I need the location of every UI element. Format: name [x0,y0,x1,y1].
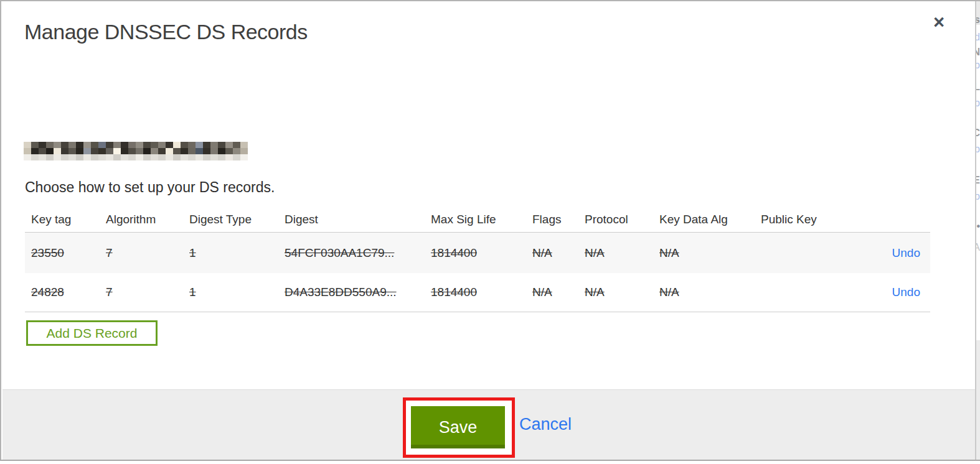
setup-instruction-text: Choose how to set up your DS records. [25,179,275,196]
screenshot-border-top [0,0,980,1]
cell-key-tag: 23550 [25,246,100,260]
ds-records-table: Key tag Algorithm Digest Type Digest Max… [25,206,930,312]
cell-key-data-alg: N/A [653,246,755,260]
cell-digest: 54FCF030AA1C79... [278,246,425,260]
col-header-protocol: Protocol [578,213,653,226]
undo-link[interactable]: Undo [892,246,920,259]
cell-key-tag: 24828 [25,285,100,299]
cancel-link[interactable]: Cancel [519,415,572,434]
col-header-key-data-alg: Key Data Alg [653,213,755,226]
cell-protocol: N/A [578,285,653,299]
screenshot-border-bottom [0,460,980,461]
cell-actions: Undo [842,246,930,260]
modal-title: Manage DNSSEC DS Records [24,20,308,44]
redacted-domain-name [24,142,248,160]
cell-flags: N/A [526,285,578,299]
col-header-digest-type: Digest Type [183,213,278,226]
save-button[interactable]: Save [411,406,505,448]
close-icon[interactable]: × [933,12,945,32]
cell-key-data-alg: N/A [653,285,755,299]
cell-digest: D4A33E8DD550A9... [278,285,425,299]
manage-dnssec-modal: Manage DNSSEC DS Records × Choose how to… [1,1,975,460]
col-header-flags: Flags [526,213,578,226]
table-row: 24828 7 1 D4A33E8DD550A9... 1814400 N/A … [25,273,930,312]
cell-actions: Undo [842,285,930,299]
cell-digest-type: 1 [183,285,278,299]
add-ds-record-button[interactable]: Add DS Record [26,320,158,346]
cell-protocol: N/A [578,246,653,260]
cell-max-sig-life: 1814400 [425,285,526,299]
undo-link[interactable]: Undo [892,285,920,299]
col-header-public-key: Public Key [755,213,842,226]
background-page-footer-sliver [976,340,980,460]
background-page-strip: sdNoLoCoEo•A [976,0,980,464]
screenshot-border-left [0,0,1,461]
cell-algorithm: 7 [100,246,183,260]
table-header-row: Key tag Algorithm Digest Type Digest Max… [25,206,930,233]
cell-flags: N/A [526,246,578,260]
col-header-algorithm: Algorithm [100,213,183,226]
cell-max-sig-life: 1814400 [425,246,526,260]
col-header-digest: Digest [278,213,425,226]
screenshot-root: Manage DNSSEC DS Records × Choose how to… [0,0,980,464]
cell-algorithm: 7 [100,285,183,299]
cell-digest-type: 1 [183,246,278,260]
table-row: 23550 7 1 54FCF030AA1C79... 1814400 N/A … [25,233,930,273]
col-header-key-tag: Key tag [25,213,100,226]
col-header-max-sig-life: Max Sig Life [425,213,526,226]
